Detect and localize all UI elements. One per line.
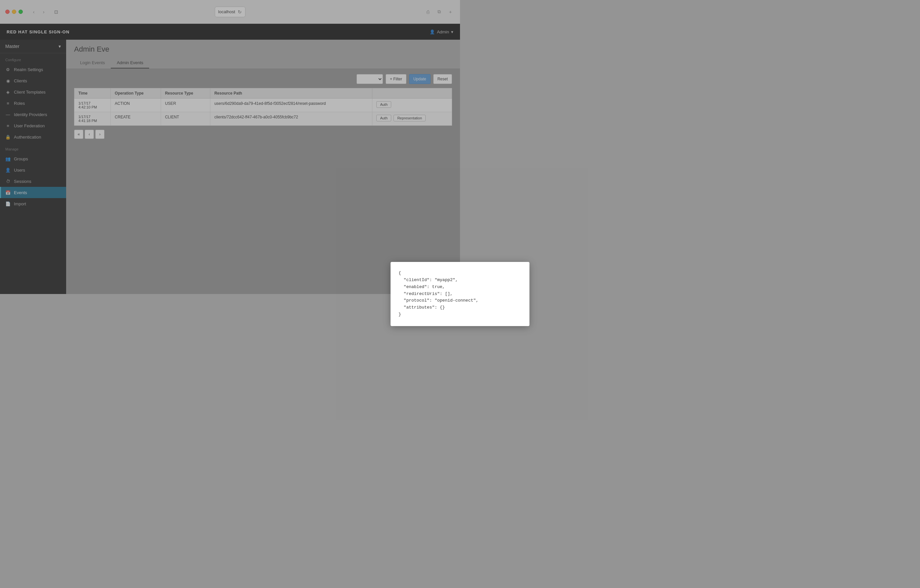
json-content: { "clientId": "myapp2", "enabled": true,… bbox=[398, 270, 460, 294]
modal-popup: { "clientId": "myapp2", "enabled": true,… bbox=[390, 262, 460, 294]
modal-overlay[interactable]: { "clientId": "myapp2", "enabled": true,… bbox=[0, 0, 460, 294]
